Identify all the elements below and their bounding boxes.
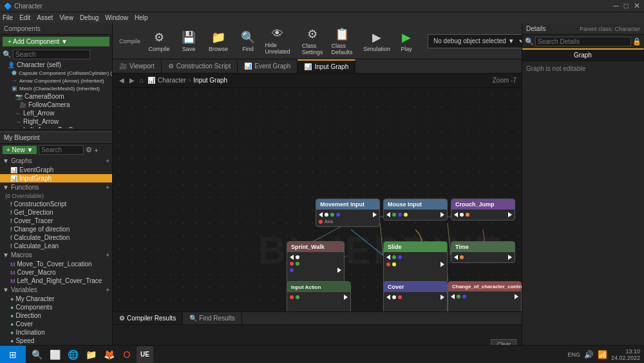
variables-section-header[interactable]: ▼ Variables + xyxy=(0,285,112,295)
bp-item-eventgraph[interactable]: 📊 EventGraph xyxy=(0,166,112,174)
menu-file[interactable]: File xyxy=(3,14,13,21)
node-cover[interactable]: Cover xyxy=(383,281,448,311)
var-speed[interactable]: ● Speed xyxy=(0,337,112,345)
component-character-self[interactable]: 👤 Character (self) xyxy=(0,61,112,69)
component-cameraboom[interactable]: 📷 CameraBoom xyxy=(0,92,112,101)
component-left-arrow-cover[interactable]: ← Left_Arrow_To_Cover xyxy=(0,126,112,128)
mybp-search-input[interactable] xyxy=(39,145,84,155)
class-settings-button[interactable]: ⚙ Class Settings xyxy=(299,25,326,58)
menu-window[interactable]: Window xyxy=(105,14,128,21)
viewport-tab-icon: 🎥 xyxy=(119,63,127,70)
compile-button[interactable]: ⚙ Compile xyxy=(146,28,173,55)
ue4-icon[interactable]: UE xyxy=(137,346,153,363)
play-button[interactable]: ▶ Play xyxy=(393,28,420,55)
details-lock-icon[interactable]: 🔒 xyxy=(632,37,641,46)
components-search-input[interactable] xyxy=(13,50,90,59)
start-button[interactable]: ⊞ xyxy=(0,346,26,363)
bp-item-inputgraph[interactable]: 📊 InputGraph xyxy=(0,174,112,182)
graphs-add-icon[interactable]: + xyxy=(106,157,109,164)
fox-icon[interactable]: 🦊 xyxy=(100,346,117,363)
graphs-section-header[interactable]: ▼ Graphs + xyxy=(0,156,112,166)
macros-add-icon[interactable]: + xyxy=(106,251,109,259)
volume-icon[interactable]: 🔊 xyxy=(584,350,594,359)
right-panel: Details Parent class: Character 🔍 🔒 Grap… xyxy=(522,23,644,363)
maximize-btn[interactable]: □ xyxy=(624,1,629,10)
tab-viewport[interactable]: 🎥 Viewport xyxy=(113,59,162,73)
node-change-char[interactable]: Change_of_character_control xyxy=(448,281,522,311)
bp-item-construction[interactable]: f ConstructionScript xyxy=(0,200,112,208)
functions-add-icon[interactable]: + xyxy=(106,184,109,191)
explorer-icon[interactable]: 📁 xyxy=(82,346,99,363)
opera-icon[interactable]: O xyxy=(118,346,135,363)
search-taskbar-icon[interactable]: 🔍 xyxy=(28,346,45,363)
close-btn[interactable]: ✕ xyxy=(634,1,640,10)
var-cover[interactable]: ● Cover xyxy=(0,320,112,328)
var-components[interactable]: ● Components xyxy=(0,303,112,311)
taskview-icon[interactable]: ⬜ xyxy=(46,346,63,363)
simulation-button[interactable]: ▶ Simulation xyxy=(363,28,390,55)
network-icon[interactable]: 📶 xyxy=(598,350,607,359)
debug-object-select[interactable]: No debug object selected ▼ xyxy=(428,34,522,48)
chrome-icon[interactable]: 🌐 xyxy=(64,346,81,363)
taskbar-icons: 🔍 ⬜ 🌐 📁 🦊 O UE xyxy=(26,346,156,363)
menu-debug[interactable]: Debug xyxy=(80,14,99,21)
macros-section-header[interactable]: ▼ Macros + xyxy=(0,250,112,260)
add-component-button[interactable]: + Add Component ▼ xyxy=(3,37,109,46)
functions-expand-icon: ▼ xyxy=(3,184,9,191)
bp-item-calc-lean[interactable]: f Calculate_Lean xyxy=(0,242,112,250)
nav-back-btn[interactable]: ◀ xyxy=(118,77,126,84)
compiler-results-tab[interactable]: ⚙ Compiler Results xyxy=(113,312,183,324)
bp-item-left-right-trace[interactable]: M Left_And_Right_Cover_Trace xyxy=(0,277,112,285)
node-time[interactable]: Time xyxy=(451,241,515,263)
sw-out xyxy=(337,268,341,273)
bp-item-cover-macro[interactable]: M Cover_Macro xyxy=(0,268,112,277)
menu-edit[interactable]: Edit xyxy=(19,14,30,21)
bp-item-move-cover[interactable]: M Move_To_Cover_Location xyxy=(0,260,112,268)
menu-view[interactable]: View xyxy=(59,14,73,21)
component-capsule[interactable]: ⬟ Capsule Component (CollisionCylinder) … xyxy=(0,69,112,77)
component-followcamera[interactable]: 🎥 FollowCamera xyxy=(0,101,112,109)
component-mesh[interactable]: ▣ Mesh (CharacterMesh0) (Inherited) xyxy=(0,84,112,92)
node-crouch-jump[interactable]: Crouch_Jump xyxy=(451,199,515,221)
tab-event-graph[interactable]: 📊 Event Graph xyxy=(238,59,298,73)
sw-dot-4 xyxy=(290,268,294,272)
save-button[interactable]: 💾 Save xyxy=(175,28,202,55)
node-mouse-input[interactable]: Mouse Input xyxy=(383,199,448,221)
bp-item-cover-tracer[interactable]: f Cover_Tracer xyxy=(0,217,112,225)
menu-help[interactable]: Help xyxy=(135,14,148,21)
details-search-input[interactable] xyxy=(535,37,631,46)
menu-asset[interactable]: Asset xyxy=(37,14,53,21)
browse-button[interactable]: 📁 Browse xyxy=(205,28,232,55)
tab-construction-script[interactable]: ⚙ Construction Script xyxy=(162,59,238,73)
nav-forward-btn[interactable]: ▶ xyxy=(128,77,136,84)
component-arrow[interactable]: → Arrow Component (Arrow) (Inherited) xyxy=(0,77,112,84)
nav-home-btn[interactable]: ⌂ xyxy=(138,77,145,84)
bp-item-change-direction[interactable]: f Change of direction xyxy=(0,225,112,233)
hide-unrelated-button[interactable]: 👁 Hide Unrelated xyxy=(264,25,291,57)
find-button[interactable]: 🔍 Find xyxy=(234,28,261,55)
mybp-options-icon[interactable]: ⚙ xyxy=(86,146,92,154)
variables-add-icon[interactable]: + xyxy=(106,286,109,293)
functions-section-header[interactable]: ▼ Functions + xyxy=(0,182,112,192)
tab-input-graph[interactable]: 📊 Input Graph xyxy=(298,59,355,73)
breadcrumb-root[interactable]: Character xyxy=(158,77,186,84)
var-direction[interactable]: ● Direction xyxy=(0,311,112,320)
node-movement-input[interactable]: Movement Input xyxy=(316,199,380,227)
mybp-new-button[interactable]: + New ▼ xyxy=(3,146,37,154)
bp-item-get-direction[interactable]: f Get_Direction xyxy=(0,208,112,217)
find-results-tab[interactable]: 🔍 Find Results xyxy=(183,312,242,324)
bp-item-calc-direction[interactable]: f Calculate_Direction xyxy=(0,233,112,242)
bl-out xyxy=(344,295,348,300)
exec-out-pin xyxy=(373,212,377,217)
var-my-character[interactable]: ● My Character xyxy=(0,295,112,303)
minimize-btn[interactable]: ─ xyxy=(613,1,619,10)
component-left-arrow[interactable]: ← Left_Arrow xyxy=(0,109,112,117)
var-inclination[interactable]: ● Inclination xyxy=(0,328,112,337)
class-defaults-button[interactable]: 📋 Class Defaults xyxy=(328,25,355,58)
graphs-expand-icon: ▼ xyxy=(3,157,9,164)
node-bl[interactable]: Input Action xyxy=(287,281,351,311)
mybp-add-icon[interactable]: + xyxy=(94,146,98,154)
component-right-arrow[interactable]: → Right_Arrow xyxy=(0,117,112,126)
details-tab-graph[interactable]: Graph xyxy=(522,48,644,61)
blueprint-canvas[interactable]: BLUEPRINT xyxy=(113,88,522,311)
